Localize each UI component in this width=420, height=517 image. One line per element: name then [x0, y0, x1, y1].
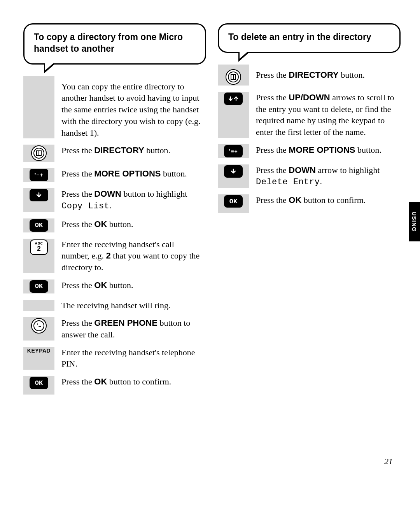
callout-tail-icon — [44, 63, 56, 73]
right-steps: Press the DIRECTORY button. Press the UP… — [218, 65, 401, 218]
manual-page: To copy a directory from one Micro hands… — [0, 0, 420, 400]
ok-icon: OK — [30, 280, 48, 293]
section-tab: USING — [409, 202, 420, 241]
page-number: 21 — [384, 456, 393, 466]
step-more-r: ’≡+ Press the MORE OPTIONS button. — [218, 144, 401, 158]
step-updown-r: Press the UP/DOWN arrows to scroll to th… — [218, 92, 401, 138]
step-ok-confirm: OK Press the OK button to confirm. — [23, 376, 206, 400]
step-ok-2: OK Press the OK button. — [23, 279, 206, 293]
more-options-icon: ’≡+ — [224, 145, 243, 157]
ok-icon: OK — [224, 195, 243, 208]
down-arrow-icon — [224, 165, 243, 178]
intro-text: You can copy the entire directory to ano… — [54, 76, 206, 138]
callout-title: To copy a directory from one Micro hands… — [34, 32, 183, 54]
keypad-2-icon: ABC2 — [30, 239, 48, 255]
step-directory-r: Press the DIRECTORY button. — [218, 65, 401, 86]
callout-delete-entry: To delete an entry in the directory — [218, 23, 401, 53]
step-more-options: ’≡+ Press the MORE OPTIONS button. — [23, 168, 206, 182]
ok-icon: OK — [30, 219, 48, 232]
right-column: To delete an entry in the directory Pres… — [218, 23, 401, 400]
up-down-arrow-icon — [224, 93, 243, 105]
left-steps: You can copy the entire directory to ano… — [23, 76, 206, 400]
step-ok-r: OK Press the OK button to confirm. — [218, 194, 401, 218]
directory-icon — [226, 69, 241, 85]
ok-icon: OK — [30, 377, 48, 389]
step-pin: KEYPAD Enter the receiving handset's tel… — [23, 347, 206, 370]
step-green-phone: Press the GREEN PHONE button to answer t… — [23, 317, 206, 340]
keypad-label-icon: KEYPAD — [27, 348, 51, 369]
callout-title: To delete an entry in the directory — [228, 32, 371, 42]
step-down: Press the DOWN button to highlight Copy … — [23, 188, 206, 212]
left-column: To copy a directory from one Micro hands… — [23, 23, 206, 400]
step-intro: You can copy the entire directory to ano… — [23, 76, 206, 138]
step-ring: The receiving handset will ring. — [23, 300, 206, 311]
step-directory: Press the DIRECTORY button. — [23, 145, 206, 162]
callout-tail-icon — [238, 52, 250, 62]
down-arrow-icon — [30, 189, 48, 201]
directory-icon — [31, 145, 47, 161]
green-phone-icon — [31, 318, 47, 334]
callout-copy-directory: To copy a directory from one Micro hands… — [23, 23, 206, 65]
step-down-r: Press the DOWN arrow to highlight Delete… — [218, 164, 401, 188]
step-keypad-2: ABC2 Enter the receiving handset's call … — [23, 239, 206, 273]
more-options-icon: ’≡+ — [30, 169, 48, 181]
step-ok-1: OK Press the OK button. — [23, 218, 206, 232]
